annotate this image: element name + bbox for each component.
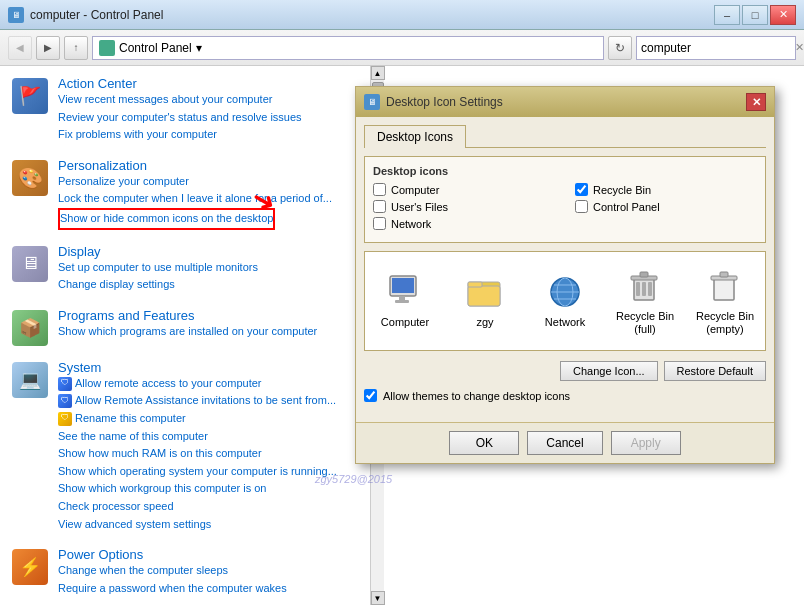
dialog-close-button[interactable]: ✕ — [746, 93, 766, 111]
system-link-remote-access[interactable]: Allow remote access to your computer — [75, 375, 261, 393]
desktop-icon-zgy[interactable]: zgy — [455, 272, 515, 329]
breadcrumb: Control Panel ▾ — [92, 36, 604, 60]
title-bar: 🖥 computer - Control Panel – □ ✕ — [0, 0, 804, 30]
power-link-2[interactable]: Require a password when the computer wak… — [58, 580, 287, 598]
computer-icon-img — [385, 272, 425, 312]
personalization-icon: 🎨 — [12, 160, 48, 196]
zgy-icon-img — [465, 272, 505, 312]
title-bar-icon: 🖥 — [8, 7, 24, 23]
programs-link-1[interactable]: Show which programs are installed on you… — [58, 323, 317, 341]
system-title[interactable]: System — [58, 360, 337, 375]
programs-icon: 📦 — [12, 310, 48, 346]
action-center-title[interactable]: Action Center — [58, 76, 302, 91]
svg-rect-3 — [395, 300, 409, 303]
change-icon-button[interactable]: Change Icon... — [560, 361, 658, 381]
recycle-empty-icon-label: Recycle Bin(empty) — [696, 310, 754, 336]
svg-rect-6 — [468, 282, 482, 287]
action-center-link-1[interactable]: View recent messages about your computer — [58, 91, 302, 109]
shield-icon-1: 🛡 — [58, 377, 72, 391]
system-link-advanced[interactable]: View advanced system settings — [58, 516, 337, 534]
scroll-up-button[interactable]: ▲ — [371, 66, 385, 80]
search-input[interactable] — [637, 41, 795, 55]
section-system-content: System 🛡 Allow remote access to your com… — [58, 360, 337, 533]
tab-desktop-icons[interactable]: Desktop Icons — [364, 125, 466, 148]
personalization-link-2[interactable]: Lock the computer when I leave it alone … — [58, 190, 332, 208]
maximize-button[interactable]: □ — [742, 5, 768, 25]
window-title: computer - Control Panel — [30, 8, 163, 22]
system-link-os[interactable]: Show which operating system your compute… — [58, 463, 337, 481]
cb-network-checkbox[interactable] — [373, 217, 386, 230]
cb-control-panel-checkbox[interactable] — [575, 200, 588, 213]
power-link-1[interactable]: Change when the computer sleeps — [58, 562, 287, 580]
system-link-rename[interactable]: Rename this computer — [75, 410, 186, 428]
back-button[interactable]: ◀ — [8, 36, 32, 60]
personalization-title[interactable]: Personalization — [58, 158, 332, 173]
desktop-icon-recycle-empty[interactable]: Recycle Bin(empty) — [695, 266, 755, 336]
cb-computer-checkbox[interactable] — [373, 183, 386, 196]
programs-title[interactable]: Programs and Features — [58, 308, 317, 323]
action-center-link-3[interactable]: Fix problems with your computer — [58, 126, 302, 144]
system-link-2[interactable]: 🛡 Allow Remote Assistance invitations to… — [58, 392, 337, 410]
breadcrumb-icon — [99, 40, 115, 56]
svg-rect-16 — [642, 282, 646, 296]
scroll-down-button[interactable]: ▼ — [371, 591, 385, 605]
search-clear-button[interactable]: ✕ — [795, 41, 804, 54]
shield-icon-2: 🛡 — [58, 394, 72, 408]
shield-icon-yellow: 🛡 — [58, 412, 72, 426]
svg-rect-1 — [392, 278, 414, 293]
restore-default-button[interactable]: Restore Default — [664, 361, 766, 381]
breadcrumb-chevron: ▾ — [196, 41, 202, 55]
personalization-link-1[interactable]: Personalize your computer — [58, 173, 332, 191]
up-button[interactable]: ↑ — [64, 36, 88, 60]
section-programs-content: Programs and Features Show which program… — [58, 308, 317, 346]
apply-button[interactable]: Apply — [611, 431, 681, 455]
desktop-icon-computer[interactable]: Computer — [375, 272, 435, 329]
dialog-body: Desktop Icons Desktop icons Computer Rec… — [356, 117, 774, 422]
dialog-icon: 🖥 — [364, 94, 380, 110]
system-link-1[interactable]: 🛡 Allow remote access to your computer — [58, 375, 337, 393]
desktop-icon-recycle-full[interactable]: Recycle Bin(full) — [615, 266, 675, 336]
display-link-1[interactable]: Set up computer to use multiple monitors — [58, 259, 258, 277]
section-personalization: 🎨 Personalization Personalize your compu… — [12, 158, 358, 230]
icon-preview-area: Computer zgy — [364, 251, 766, 351]
forward-button[interactable]: ▶ — [36, 36, 60, 60]
system-link-remote-assistance[interactable]: Allow Remote Assistance invitations to b… — [75, 392, 336, 410]
breadcrumb-text: Control Panel — [119, 41, 192, 55]
dialog-title-left: 🖥 Desktop Icon Settings — [364, 94, 503, 110]
svg-rect-5 — [468, 286, 500, 306]
themes-checkbox[interactable] — [364, 389, 377, 402]
display-link-2[interactable]: Change display settings — [58, 276, 258, 294]
close-button[interactable]: ✕ — [770, 5, 796, 25]
minimize-button[interactable]: – — [714, 5, 740, 25]
svg-rect-18 — [714, 278, 734, 300]
cb-network-label: Network — [391, 218, 431, 230]
title-bar-left: 🖥 computer - Control Panel — [8, 7, 163, 23]
desktop-icon-network[interactable]: Network — [535, 272, 595, 329]
system-link-workgroup[interactable]: Show which workgroup this computer is on — [58, 480, 337, 498]
cb-recycle-full-label: Recycle Bin — [593, 184, 651, 196]
system-link-name[interactable]: See the name of this computer — [58, 428, 337, 446]
checkboxes-layout: Computer Recycle Bin User's Files C — [373, 183, 757, 230]
ok-button[interactable]: OK — [449, 431, 519, 455]
refresh-button[interactable]: ↻ — [608, 36, 632, 60]
computer-icon-label: Computer — [381, 316, 429, 329]
dialog-title-text: Desktop Icon Settings — [386, 95, 503, 109]
display-title[interactable]: Display — [58, 244, 258, 259]
action-center-link-2[interactable]: Review your computer's status and resolv… — [58, 109, 302, 127]
cancel-button[interactable]: Cancel — [527, 431, 602, 455]
svg-rect-17 — [648, 282, 652, 296]
personalization-link-highlighted[interactable]: Show or hide common icons on the desktop — [60, 210, 273, 228]
network-icon-label: Network — [545, 316, 585, 329]
desktop-icons-group: Desktop icons Computer Recycle Bin Us — [364, 156, 766, 243]
system-link-ram[interactable]: Show how much RAM is on this computer — [58, 445, 337, 463]
recycle-empty-icon-img — [705, 266, 745, 306]
system-link-processor[interactable]: Check processor speed — [58, 498, 337, 516]
section-action-center: 🚩 Action Center View recent messages abo… — [12, 76, 358, 144]
section-programs: 📦 Programs and Features Show which progr… — [12, 308, 358, 346]
power-title[interactable]: Power Options — [58, 547, 287, 562]
cb-users-checkbox[interactable] — [373, 200, 386, 213]
cb-recycle-full-checkbox[interactable] — [575, 183, 588, 196]
main-area: 🚩 Action Center View recent messages abo… — [0, 66, 804, 605]
system-link-3[interactable]: 🛡 Rename this computer — [58, 410, 337, 428]
svg-rect-14 — [640, 272, 648, 277]
